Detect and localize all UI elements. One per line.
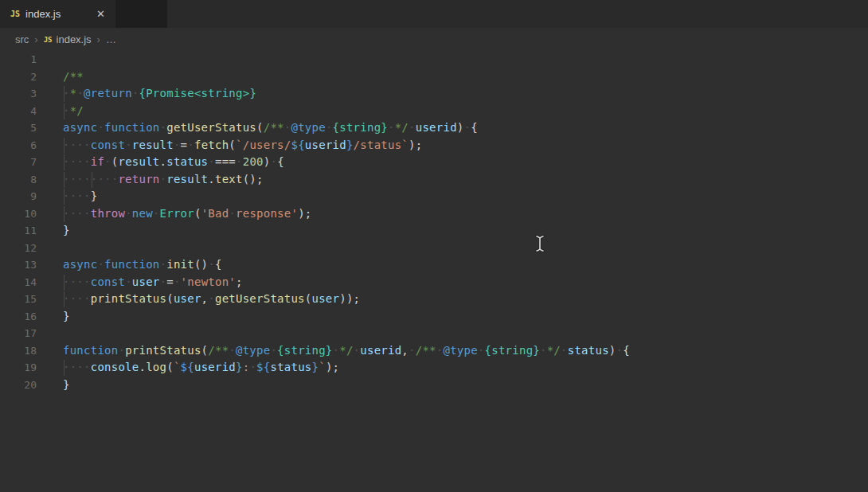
code-line[interactable]: 18function·printStatus(/**·@type·{string… <box>0 342 868 360</box>
code-line[interactable]: 3·*·@return·{Promise<string>} <box>0 85 868 103</box>
code-line[interactable]: 13async·function·init()·{ <box>0 256 868 274</box>
code-line[interactable]: 4·*/ <box>0 103 868 120</box>
code-text: } <box>63 222 70 240</box>
code-line[interactable]: 8········return·result.text(); <box>0 171 868 189</box>
line-number[interactable]: 19 <box>0 359 37 377</box>
code-text: } <box>63 308 70 326</box>
tab-bar-gap <box>115 0 167 28</box>
editor-lines: 12/**3·*·@return·{Promise<string>}4·*/5a… <box>0 51 868 393</box>
line-number[interactable]: 17 <box>0 325 37 342</box>
code-text: ····if·(result.status·===·200)·{ <box>63 154 284 171</box>
code-text: ····} <box>63 188 97 205</box>
tab-label: index.js <box>25 8 61 20</box>
code-text: ····throw·new·Error('Bad·response'); <box>63 205 312 223</box>
line-number[interactable]: 16 <box>0 308 37 326</box>
code-editor[interactable]: 12/**3·*·@return·{Promise<string>}4·*/5a… <box>0 51 868 393</box>
line-number[interactable]: 12 <box>0 240 37 257</box>
line-number[interactable]: 11 <box>0 222 37 240</box>
code-line[interactable]: 5async·function·getUserStatus(/**·@type·… <box>0 119 868 137</box>
code-line[interactable]: 11} <box>0 222 868 240</box>
code-text: ····printStatus(user,·getUserStatus(user… <box>63 291 360 308</box>
code-text: ····const·user·=·'newton'; <box>63 274 243 291</box>
line-number[interactable]: 2 <box>0 68 37 86</box>
line-number[interactable]: 8 <box>0 171 37 189</box>
code-line[interactable]: 10····throw·new·Error('Bad·response'); <box>0 205 868 223</box>
javascript-file-icon: JS <box>10 10 20 18</box>
code-text: async·function·getUserStatus(/**·@type·{… <box>63 119 478 137</box>
code-text: ·*/ <box>63 103 84 120</box>
line-number[interactable]: 20 <box>0 377 37 394</box>
code-line[interactable]: 2/** <box>0 68 868 86</box>
code-text: /** <box>63 68 84 86</box>
chevron-right-icon: › <box>34 33 37 45</box>
code-text: function·printStatus(/**·@type·{string}·… <box>63 342 630 360</box>
tab-index-js[interactable]: JS index.js ✕ <box>0 0 115 28</box>
breadcrumb-item-src[interactable]: src <box>15 33 29 45</box>
code-text: ····const·result·=·fetch(`/users/${useri… <box>63 137 422 154</box>
close-tab-icon[interactable]: ✕ <box>94 7 108 21</box>
code-line[interactable]: 6····const·result·=·fetch(`/users/${user… <box>0 137 868 154</box>
code-text: async·function·init()·{ <box>63 256 222 274</box>
code-line[interactable]: 20} <box>0 377 868 394</box>
line-number[interactable]: 9 <box>0 188 37 205</box>
line-number[interactable]: 1 <box>0 51 37 68</box>
code-text: ·*·@return·{Promise<string>} <box>63 85 256 103</box>
line-number[interactable]: 6 <box>0 137 37 154</box>
line-number[interactable]: 13 <box>0 256 37 274</box>
code-line[interactable]: 12 <box>0 240 868 257</box>
code-line[interactable]: 9····} <box>0 188 868 205</box>
javascript-file-icon: JS <box>44 36 53 44</box>
line-number[interactable]: 5 <box>0 119 37 137</box>
chevron-right-icon: › <box>97 33 100 45</box>
code-line[interactable]: 16} <box>0 308 868 326</box>
code-line[interactable]: 7····if·(result.status·===·200)·{ <box>0 154 868 171</box>
line-number[interactable]: 3 <box>0 85 37 103</box>
vscode-window: { "tab_bar": { "tabs": [ { "icon": "JS",… <box>0 0 868 492</box>
breadcrumb: src › JS index.js › … <box>0 28 868 51</box>
tab-bar: JS index.js ✕ <box>0 0 868 28</box>
code-line[interactable]: 19····console.log(`${userid}:·${status}`… <box>0 359 868 377</box>
breadcrumb-item-more[interactable]: … <box>106 33 116 45</box>
code-text: } <box>63 377 70 394</box>
line-number[interactable]: 14 <box>0 274 37 291</box>
code-line[interactable]: 14····const·user·=·'newton'; <box>0 274 868 291</box>
line-number[interactable]: 10 <box>0 205 37 223</box>
code-line[interactable]: 15····printStatus(user,·getUserStatus(us… <box>0 291 868 308</box>
line-number[interactable]: 15 <box>0 291 37 308</box>
line-number[interactable]: 4 <box>0 103 37 120</box>
line-number[interactable]: 18 <box>0 342 37 360</box>
line-number[interactable]: 7 <box>0 154 37 171</box>
code-text: ····console.log(`${userid}:·${status}`); <box>63 359 339 377</box>
code-line[interactable]: 17 <box>0 325 868 342</box>
code-text: ········return·result.text(); <box>63 171 264 189</box>
breadcrumb-item-file[interactable]: index.js <box>57 33 92 45</box>
code-line[interactable]: 1 <box>0 51 868 68</box>
